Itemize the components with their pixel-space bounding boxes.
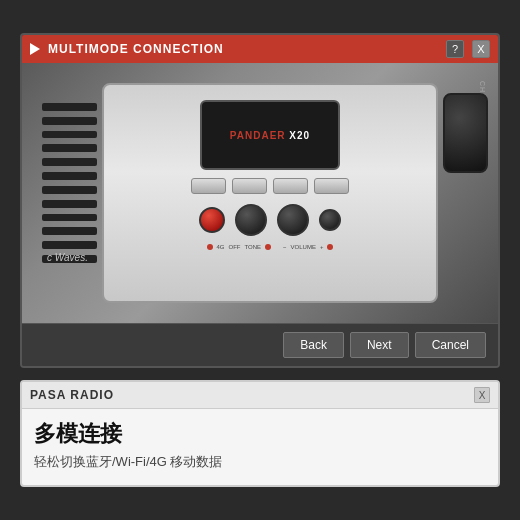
logo-model: X20 <box>289 130 310 141</box>
info-title: PASA RADIO <box>30 388 474 402</box>
vol-label: VOLUME <box>291 244 316 250</box>
off-label: OFF <box>229 244 241 250</box>
device-btn-2 <box>232 178 267 194</box>
dot-tone <box>265 244 271 250</box>
info-panel: PASA RADIO X 多模连接 轻松切换蓝牙/Wi-Fi/4G 移动数据 <box>20 380 500 487</box>
device-btn-4 <box>314 178 349 194</box>
vent-3 <box>42 131 97 139</box>
main-dialog: MULTIMODE CONNECTION ? X <box>20 33 500 368</box>
info-sub-text: 轻松切换蓝牙/Wi-Fi/4G 移动数据 <box>34 453 486 471</box>
vent-6 <box>42 172 97 180</box>
cancel-button[interactable]: Cancel <box>415 332 486 358</box>
right-channel-knob <box>443 93 488 173</box>
dialog-titlebar: MULTIMODE CONNECTION ? X <box>22 35 498 63</box>
left-vents <box>42 103 97 263</box>
info-main-text: 多模连接 <box>34 419 486 449</box>
device-image-area: PANDAER X20 <box>22 63 498 323</box>
vent-5 <box>42 158 97 166</box>
knob-3 <box>319 209 341 231</box>
vent-1 <box>42 103 97 111</box>
device-buttons <box>191 178 349 194</box>
vent-10 <box>42 227 97 235</box>
back-button[interactable]: Back <box>283 332 344 358</box>
vent-2 <box>42 117 97 125</box>
device-logo: PANDAER X20 <box>230 130 310 141</box>
info-close-button[interactable]: X <box>474 387 490 403</box>
info-titlebar: PASA RADIO X <box>22 382 498 409</box>
vent-4 <box>42 144 97 152</box>
logo-text: PANDAER <box>230 130 286 141</box>
vent-7 <box>42 186 97 194</box>
device-body: PANDAER X20 <box>102 83 438 303</box>
device-knobs <box>199 204 341 236</box>
network-label: 4G <box>217 244 225 250</box>
play-icon <box>30 43 40 55</box>
dialog-title: MULTIMODE CONNECTION <box>48 42 438 56</box>
minus-label: − <box>283 244 287 250</box>
device-btn-3 <box>273 178 308 194</box>
red-knob <box>199 207 225 233</box>
vent-8 <box>42 200 97 208</box>
radio-device: PANDAER X20 <box>22 63 498 323</box>
device-screen: PANDAER X20 <box>200 100 340 170</box>
wave-text: c Waves. <box>47 252 88 263</box>
info-content: 多模连接 轻松切换蓝牙/Wi-Fi/4G 移动数据 <box>22 409 498 485</box>
plus-label: + <box>320 244 324 250</box>
knob-1 <box>235 204 267 236</box>
knob-2 <box>277 204 309 236</box>
dot-left <box>207 244 213 250</box>
help-button[interactable]: ? <box>446 40 464 58</box>
device-btn-1 <box>191 178 226 194</box>
next-button[interactable]: Next <box>350 332 409 358</box>
tone-label: TONE <box>245 244 262 250</box>
dialog-footer: Back Next Cancel <box>22 323 498 366</box>
control-strip: 4G OFF TONE − VOLUME + <box>114 244 426 250</box>
vent-11 <box>42 241 97 249</box>
close-button[interactable]: X <box>472 40 490 58</box>
dot-right <box>327 244 333 250</box>
vent-9 <box>42 214 97 222</box>
